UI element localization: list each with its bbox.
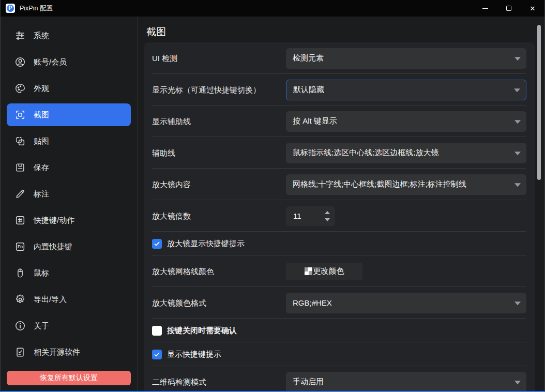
sidebar-item-hotkey-action[interactable]: 快捷键/动作 bbox=[7, 209, 131, 232]
show-cursor-select[interactable]: 默认隐藏 bbox=[286, 80, 526, 100]
magnifier-color-format-select[interactable]: RGB;#HEX bbox=[286, 293, 526, 313]
qrcode-detect-select-value: 手动启用 bbox=[293, 377, 324, 387]
window-title: PixPin 配置 bbox=[20, 4, 53, 13]
sidebar-item-system[interactable]: 系统 bbox=[7, 24, 131, 47]
qrcode-detect-label: 二维码检测模式 bbox=[152, 377, 206, 387]
sidebar-item-import-export[interactable]: 导出/导入 bbox=[7, 288, 131, 311]
guides-label: 辅助线 bbox=[152, 148, 175, 158]
settings-row-show-cursor: 显示光标（可通过快捷键切换）默认隐藏 bbox=[144, 74, 535, 105]
mouse-icon bbox=[14, 267, 26, 279]
sidebar-item-mouse[interactable]: 鼠标 bbox=[7, 262, 131, 284]
magnifier-hotkey-tip-checkbox[interactable] bbox=[152, 239, 162, 249]
color-swatch-icon bbox=[305, 267, 312, 275]
gear-icon bbox=[14, 294, 26, 305]
chevron-down-icon bbox=[514, 301, 521, 305]
sidebar-item-label: 鼠标 bbox=[34, 268, 49, 278]
sidebar-item-save[interactable]: 保存 bbox=[7, 156, 131, 179]
show-cursor-label: 显示光标（可通过快捷键切换） bbox=[152, 85, 261, 95]
minimize-button[interactable] bbox=[473, 0, 497, 17]
sidebar-item-label: 关于 bbox=[34, 321, 49, 331]
sidebar-item-builtin-hotkey[interactable]: Fn内置快捷键 bbox=[7, 235, 131, 258]
sidebar-item-appearance[interactable]: 外观 bbox=[7, 77, 131, 100]
sidebar-nav: 系统账号/会员外观截图贴图保存标注快捷键/动作Fn内置快捷键鼠标导出/导入关于相… bbox=[7, 24, 131, 364]
sidebar-item-label: 保存 bbox=[34, 163, 49, 173]
settings-row-magnifier-zoom: 放大镜倍数11 bbox=[144, 200, 535, 232]
screenshot-icon bbox=[14, 109, 26, 120]
magnifier-grid-color-label: 放大镜网格线颜色 bbox=[152, 266, 214, 276]
sidebar-item-opensource[interactable]: 相关开源软件 bbox=[7, 341, 131, 364]
page-title: 截图 bbox=[146, 25, 166, 39]
sidebar-item-label: 相关开源软件 bbox=[34, 348, 80, 357]
show-guides-select-value: 按 Alt 键显示 bbox=[293, 116, 337, 126]
chevron-down-icon bbox=[514, 57, 521, 61]
maximize-button[interactable] bbox=[497, 0, 521, 17]
spin-up-icon[interactable] bbox=[325, 211, 330, 214]
user-icon bbox=[14, 56, 26, 68]
sidebar-item-label: 快捷键/动作 bbox=[34, 216, 74, 225]
settings-row-magnifier-hotkey-tip: 放大镜显示快捷键提示 bbox=[144, 232, 535, 255]
sidebar-item-account[interactable]: 账号/会员 bbox=[7, 51, 131, 73]
save-icon bbox=[14, 162, 26, 173]
settings-row-qrcode-detect: 二维码检测模式手动启用 bbox=[144, 366, 535, 391]
sidebar-item-label: 标注 bbox=[34, 189, 49, 199]
show-hotkey-tip-checkbox[interactable] bbox=[152, 350, 162, 359]
info-icon bbox=[14, 320, 26, 331]
guides-select-value: 鼠标指示线;选区中心线;选区边框线;放大镜 bbox=[293, 148, 439, 158]
content-area: 截图 UI 检测检测元素显示光标（可通过快捷键切换）默认隐藏显示辅助线按 Alt… bbox=[138, 17, 544, 391]
magnifier-zoom-stepper[interactable]: 11 bbox=[286, 206, 335, 226]
sidebar-item-label: 截图 bbox=[34, 110, 49, 120]
guides-select[interactable]: 鼠标指示线;选区中心线;选区边框线;放大镜 bbox=[286, 143, 526, 163]
settings-row-magnifier-grid-color: 放大镜网格线颜色更改颜色 bbox=[144, 255, 535, 287]
magnifier-hotkey-tip-label: 放大镜显示快捷键提示 bbox=[167, 239, 245, 249]
pin-image-icon bbox=[14, 135, 26, 147]
pixpin-logo-icon: P bbox=[6, 4, 15, 13]
sidebar-item-label: 贴图 bbox=[34, 137, 49, 146]
close-icon: ✕ bbox=[530, 5, 536, 12]
titlebar: P PixPin 配置 ✕ bbox=[1, 0, 544, 17]
settings-row-show-hotkey-tip: 显示快捷键提示 bbox=[144, 342, 535, 366]
sidebar-item-label: 导出/导入 bbox=[34, 295, 67, 305]
chevron-down-icon bbox=[514, 183, 521, 187]
fn-icon: Fn bbox=[14, 241, 26, 252]
sidebar-item-about[interactable]: 关于 bbox=[7, 314, 131, 337]
scrollbar-thumb[interactable] bbox=[537, 25, 541, 180]
pencil-icon bbox=[14, 188, 26, 200]
ui-detect-label: UI 检测 bbox=[152, 53, 177, 63]
spin-down-icon[interactable] bbox=[325, 218, 330, 221]
settings-panel: UI 检测检测元素显示光标（可通过快捷键切换）默认隐藏显示辅助线按 Alt 键显… bbox=[144, 42, 535, 391]
qrcode-detect-select[interactable]: 手动启用 bbox=[286, 372, 526, 391]
sidebar-item-label: 外观 bbox=[34, 84, 49, 94]
sidebar-item-annotate[interactable]: 标注 bbox=[7, 183, 131, 205]
sidebar-item-label: 账号/会员 bbox=[34, 57, 67, 67]
maximize-icon bbox=[506, 6, 511, 11]
magnifier-zoom-label: 放大镜倍数 bbox=[152, 211, 191, 221]
chevron-down-icon bbox=[514, 152, 521, 155]
chevron-down-icon bbox=[514, 88, 520, 92]
opensource-icon bbox=[14, 346, 26, 358]
settings-row-magnifier-content: 放大镜内容网格线;十字线;中心框线;截图边框;标注;标注控制线 bbox=[144, 169, 535, 200]
sidebar-item-screenshot[interactable]: 截图 bbox=[7, 103, 131, 126]
settings-row-close-confirm: 按键关闭时需要确认 bbox=[144, 319, 535, 342]
sidebar-item-pin-image[interactable]: 贴图 bbox=[7, 130, 131, 153]
show-guides-select[interactable]: 按 Alt 键显示 bbox=[286, 111, 526, 132]
show-guides-label: 显示辅助线 bbox=[152, 116, 191, 126]
ui-detect-select-value: 检测元素 bbox=[293, 53, 324, 63]
settings-row-magnifier-color-format: 放大镜颜色格式RGB;#HEX bbox=[144, 287, 535, 319]
ui-detect-select[interactable]: 检测元素 bbox=[286, 48, 526, 69]
reset-defaults-button[interactable]: 恢复所有默认设置 bbox=[7, 371, 131, 385]
chevron-down-icon bbox=[514, 120, 521, 124]
magnifier-content-select-value: 网格线;十字线;中心框线;截图边框;标注;标注控制线 bbox=[293, 179, 466, 189]
sidebar-item-label: 内置快捷键 bbox=[34, 242, 72, 252]
settings-row-ui-detect: UI 检测检测元素 bbox=[144, 42, 535, 74]
close-confirm-checkbox[interactable] bbox=[152, 326, 162, 336]
magnifier-content-select[interactable]: 网格线;十字线;中心框线;截图边框;标注;标注控制线 bbox=[286, 174, 526, 195]
close-button[interactable]: ✕ bbox=[521, 0, 544, 17]
show-cursor-select-value: 默认隐藏 bbox=[293, 85, 324, 95]
hash-icon bbox=[14, 215, 26, 226]
magnifier-grid-color-button[interactable]: 更改颜色 bbox=[286, 263, 362, 280]
show-hotkey-tip-label: 显示快捷键提示 bbox=[167, 350, 221, 359]
palette-icon bbox=[14, 83, 26, 94]
settings-row-show-guides: 显示辅助线按 Alt 键显示 bbox=[144, 105, 535, 137]
close-confirm-label: 按键关闭时需要确认 bbox=[167, 326, 237, 336]
sidebar-item-label: 系统 bbox=[34, 31, 49, 41]
